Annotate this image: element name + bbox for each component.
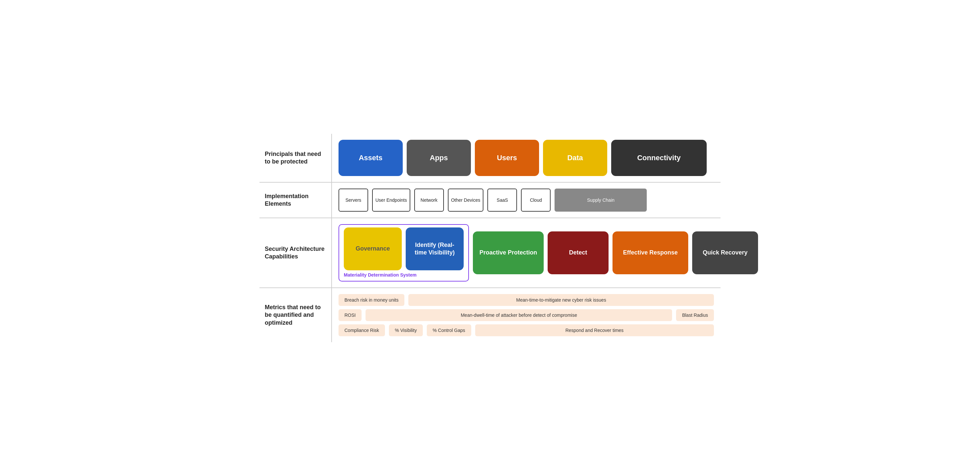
metrics-content: Breach risk in money units Mean-time-to-… — [332, 288, 721, 342]
impl-saas: SaaS — [487, 188, 517, 212]
metric-control-gaps: % Control Gaps — [427, 324, 471, 336]
diagram: Principals that need to be protected Ass… — [259, 134, 721, 342]
cap-cards: Governance Identify (Real-time Visibilit… — [339, 224, 758, 281]
principals-content: Assets Apps Users Data Connectivity — [332, 134, 721, 182]
metric-visibility: % Visibility — [389, 324, 423, 336]
users-card: Users — [475, 140, 539, 176]
metric-rosi: ROSI — [339, 309, 361, 321]
cap-identify-card: Identify (Real-time Visibility) — [406, 227, 464, 270]
implementation-content: Servers User Endpoints Network Other Dev… — [332, 183, 721, 217]
materiality-cards: Governance Identify (Real-time Visibilit… — [344, 227, 464, 270]
metric-breach-risk: Breach risk in money units — [339, 294, 404, 306]
impl-cloud: Cloud — [521, 188, 550, 212]
cap-effective-card: Effective Response — [612, 232, 688, 274]
metric-blast-radius: Blast Radius — [676, 309, 714, 321]
metric-respond-recover: Respond and Recover times — [475, 324, 714, 336]
metrics-line-2: ROSI Mean-dwell-time of attacker before … — [339, 309, 714, 321]
metrics-line-1: Breach risk in money units Mean-time-to-… — [339, 294, 714, 306]
cap-proactive-card: Proactive Protection — [473, 232, 544, 274]
cap-governance-card: Governance — [344, 227, 402, 270]
security-row: Security Architecture Capabilities Gover… — [259, 218, 721, 288]
metrics-row: Metrics that need to be quantified and o… — [259, 288, 721, 342]
metric-mean-time-mitigate: Mean-time-to-mitigate new cyber risk iss… — [408, 294, 714, 306]
data-card: Data — [543, 140, 607, 176]
metrics-line-3: Compliance Risk % Visibility % Control G… — [339, 324, 714, 336]
impl-other-devices: Other Devices — [448, 188, 484, 212]
impl-supply-chain: Supply Chain — [555, 188, 647, 212]
materiality-box: Governance Identify (Real-time Visibilit… — [339, 224, 469, 281]
security-label: Security Architecture Capabilities — [259, 218, 332, 288]
assets-card: Assets — [339, 140, 403, 176]
cap-detect-card: Detect — [547, 232, 609, 274]
materiality-label: Materiality Determination System — [344, 272, 464, 278]
metric-compliance-risk: Compliance Risk — [339, 324, 385, 336]
cap-recovery-card: Quick Recovery — [692, 232, 758, 274]
apps-card: Apps — [407, 140, 471, 176]
connectivity-card: Connectivity — [611, 140, 707, 176]
implementation-row: Implementation Elements Servers User End… — [259, 183, 721, 218]
security-content: Governance Identify (Real-time Visibilit… — [332, 218, 765, 288]
principals-row: Principals that need to be protected Ass… — [259, 134, 721, 183]
implementation-label: Implementation Elements — [259, 183, 332, 217]
impl-user-endpoints: User Endpoints — [372, 188, 410, 212]
impl-servers: Servers — [339, 188, 368, 212]
principals-label: Principals that need to be protected — [259, 134, 332, 182]
impl-network: Network — [414, 188, 444, 212]
metric-mean-dwell-time: Mean-dwell-time of attacker before detec… — [366, 309, 672, 321]
metrics-label: Metrics that need to be quantified and o… — [259, 288, 332, 342]
